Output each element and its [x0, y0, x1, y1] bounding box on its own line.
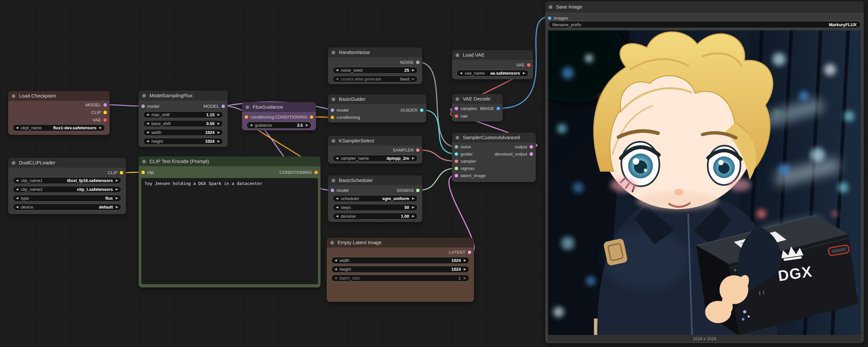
SIGMAS-output-slot[interactable]: SIGMAS: [396, 186, 420, 194]
SAMPLER-output-slot[interactable]: SAMPLER: [393, 146, 420, 153]
increment-arrow-icon[interactable]: ▶: [412, 156, 414, 160]
node-header[interactable]: Load Checkpoint: [8, 91, 110, 101]
IMAGE-output-dot[interactable]: [496, 107, 500, 110]
increment-arrow-icon[interactable]: ▶: [412, 206, 414, 209]
node-empty-latent-image[interactable]: Empty Latent ImageLATENT◀width1024▶◀heig…: [327, 238, 474, 302]
widget-guidance[interactable]: ◀guidance3.5▶: [247, 122, 311, 129]
denoised_output-output-dot[interactable]: [529, 152, 533, 156]
increment-arrow-icon[interactable]: ▶: [217, 122, 220, 125]
node-header[interactable]: KSamplerSelect: [328, 136, 422, 146]
CONDITIONING-output-dot[interactable]: [314, 171, 318, 174]
increment-arrow-icon[interactable]: ▶: [217, 113, 220, 116]
node-load-vae[interactable]: Load VAEVAE◀vae_nameae.safetensors▶: [452, 50, 533, 79]
VAE-output-slot[interactable]: VAE: [516, 61, 530, 68]
node-ksamplerselect[interactable]: KSamplerSelectSAMPLER◀sampler_namedpmpp_…: [328, 136, 422, 164]
decrement-arrow-icon[interactable]: ◀: [250, 123, 252, 127]
filename-prefix-widget[interactable]: filename_prefix MarkuryFLUX: [548, 21, 861, 28]
noise-input-dot[interactable]: [455, 145, 458, 149]
SAMPLER-output-dot[interactable]: [416, 148, 420, 152]
node-header[interactable]: Load VAE: [452, 50, 533, 60]
widget-clip_name1[interactable]: ◀clip_name1t5xxl_fp16.safetensors▶: [13, 177, 121, 184]
collapse-dot[interactable]: [330, 241, 334, 244]
increment-arrow-icon[interactable]: ▶: [116, 179, 118, 182]
LATENT-output-slot[interactable]: LATENT: [449, 249, 471, 256]
images-input-dot[interactable]: [548, 17, 551, 20]
node-samplercustomadvanced[interactable]: SamplerCustomAdvancednoiseguidersamplers…: [452, 133, 536, 182]
node-dualcliploader[interactable]: DualCLIPLoaderCLIP◀clip_name1t5xxl_fp16.…: [8, 158, 126, 214]
widget-height[interactable]: ◀height1024▶: [331, 266, 469, 273]
collapse-dot[interactable]: [332, 139, 335, 143]
denoised_output-output-slot[interactable]: denoised_output: [495, 150, 533, 157]
node-header[interactable]: VAE Decode: [452, 94, 503, 104]
guider-input-slot[interactable]: guider: [455, 150, 473, 157]
widget-width[interactable]: ◀width1024▶: [331, 257, 469, 264]
CLIP-output-dot[interactable]: [103, 111, 107, 114]
VAE-output-dot[interactable]: [103, 118, 107, 122]
decrement-arrow-icon[interactable]: ◀: [336, 197, 338, 200]
CLIP-output-slot[interactable]: CLIP: [91, 109, 107, 116]
VAE-output-dot[interactable]: [527, 63, 530, 67]
decrement-arrow-icon[interactable]: ◀: [335, 267, 337, 271]
vae-input-dot[interactable]: [455, 114, 458, 118]
latent_image-input-slot[interactable]: latent_image: [455, 172, 486, 179]
generated-image-preview[interactable]: DGX: [548, 30, 861, 335]
MODEL-output-slot[interactable]: MODEL: [204, 103, 225, 110]
sigmas-input-slot[interactable]: sigmas: [455, 165, 474, 172]
node-header[interactable]: BasicGuider: [328, 94, 426, 104]
widget-scheduler[interactable]: ◀schedulersgm_uniform▶: [333, 195, 417, 202]
increment-arrow-icon[interactable]: ▶: [523, 71, 525, 75]
LATENT-output-dot[interactable]: [468, 251, 471, 254]
latent_image-input-dot[interactable]: [455, 174, 458, 177]
collapse-dot[interactable]: [12, 161, 16, 165]
increment-arrow-icon[interactable]: ▶: [412, 197, 414, 200]
increment-arrow-icon[interactable]: ▶: [116, 187, 118, 191]
conditioning-input-slot[interactable]: conditioning: [245, 113, 274, 120]
decrement-arrow-icon[interactable]: ◀: [336, 156, 338, 160]
increment-arrow-icon[interactable]: ▶: [412, 77, 414, 81]
widget-steps[interactable]: ◀steps50▶: [333, 204, 417, 211]
GUIDER-output-dot[interactable]: [420, 108, 424, 112]
clip-input-dot[interactable]: [141, 171, 145, 174]
prompt-textarea[interactable]: Toy Jensen holding a DGX Spark in a data…: [141, 178, 318, 284]
collapse-dot[interactable]: [332, 179, 335, 182]
node-randomnoise[interactable]: RandomNoiseNOISE◀noise_seed25▶◀control a…: [328, 48, 422, 84]
sampler-input-slot[interactable]: sampler: [455, 157, 476, 165]
widget-noise_seed[interactable]: ◀noise_seed25▶: [333, 67, 417, 74]
widget-base_shift[interactable]: ◀base_shift0.50▶: [143, 120, 223, 127]
widget-width[interactable]: ◀width1024▶: [143, 129, 223, 136]
collapse-dot[interactable]: [142, 160, 146, 163]
increment-arrow-icon[interactable]: ▶: [306, 123, 308, 127]
decrement-arrow-icon[interactable]: ◀: [336, 77, 338, 81]
collapse-dot[interactable]: [456, 97, 459, 101]
widget-sampler_name[interactable]: ◀sampler_namedpmpp_2m▶: [333, 155, 417, 162]
node-header[interactable]: Save Image: [545, 1, 864, 12]
widget-height[interactable]: ◀height1024▶: [143, 138, 223, 145]
widget-denoise[interactable]: ◀denoise1.00▶: [333, 213, 417, 220]
collapse-dot[interactable]: [12, 94, 16, 98]
conditioning-input-dot[interactable]: [245, 115, 248, 119]
collapse-dot[interactable]: [549, 5, 552, 9]
model-input-slot[interactable]: model: [141, 103, 159, 110]
guider-input-dot[interactable]: [455, 152, 458, 156]
node-header[interactable]: DualCLIPLoader: [8, 158, 126, 168]
node-graph-canvas[interactable]: Save Image images filename_prefix Markur…: [0, 0, 868, 347]
conditioning-input-dot[interactable]: [331, 116, 334, 119]
MODEL-output-slot[interactable]: MODEL: [85, 101, 107, 108]
vae-input-slot[interactable]: vae: [455, 112, 468, 119]
increment-arrow-icon[interactable]: ▶: [116, 205, 118, 208]
node-header[interactable]: RandomNoise: [328, 48, 422, 57]
decrement-arrow-icon[interactable]: ◀: [336, 214, 338, 218]
decrement-arrow-icon[interactable]: ◀: [336, 68, 338, 72]
GUIDER-output-slot[interactable]: GUIDER: [400, 106, 424, 114]
increment-arrow-icon[interactable]: ▶: [116, 196, 118, 200]
images-input-slot[interactable]: images: [548, 15, 568, 22]
sampler-input-dot[interactable]: [455, 160, 458, 163]
model-input-slot[interactable]: model: [331, 186, 349, 194]
model-input-dot[interactable]: [141, 105, 145, 108]
node-header[interactable]: CLIP Text Encode (Prompt): [139, 156, 320, 166]
node-header[interactable]: ModelSamplingFlux: [139, 91, 228, 100]
decrement-arrow-icon[interactable]: ◀: [335, 276, 337, 280]
collapse-dot[interactable]: [456, 136, 459, 140]
collapse-dot[interactable]: [332, 97, 335, 101]
node-load-checkpoint[interactable]: Load CheckpointMODELCLIPVAE◀ckpt_nameflu…: [8, 91, 110, 135]
